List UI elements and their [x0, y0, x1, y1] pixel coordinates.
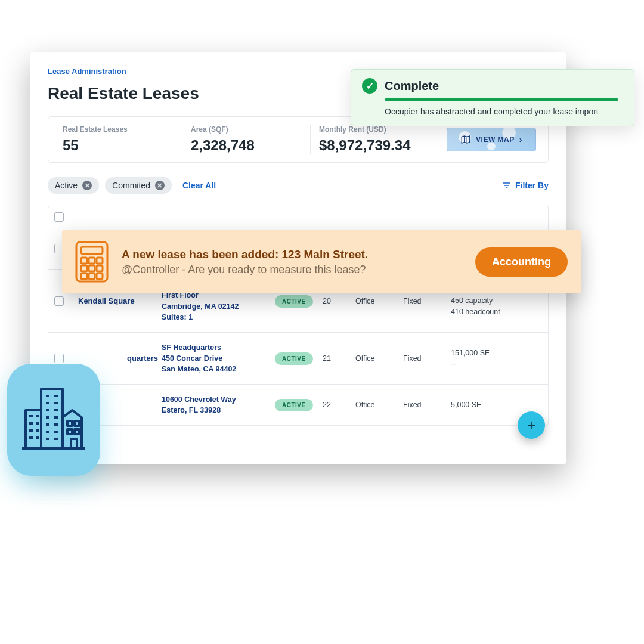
lease-address: SF Headquarters 450 Concar Drive San Mat… — [162, 342, 275, 374]
svg-rect-2 — [81, 258, 87, 264]
row-checkbox[interactable] — [54, 296, 64, 306]
filter-by-label: Filter By — [515, 181, 549, 190]
table-row[interactable]: 10600 Chevrolet Way Estero, FL 33928 ACT… — [48, 385, 548, 425]
lease-rent-type: Fixed — [403, 401, 451, 409]
lease-meta: 5,000 SF — [451, 400, 542, 410]
buildings-icon — [7, 364, 100, 476]
filter-chip-label: Active — [55, 181, 78, 190]
svg-rect-37 — [67, 429, 72, 434]
svg-rect-7 — [97, 265, 103, 271]
stat-area-value: 2,328,748 — [191, 137, 302, 154]
svg-rect-5 — [81, 265, 87, 271]
lease-rent-type: Fixed — [403, 297, 451, 305]
svg-rect-6 — [89, 265, 95, 271]
stat-leases: Real Estate Leases 55 — [54, 125, 182, 154]
lease-name[interactable]: Kendall Square — [78, 296, 162, 305]
toast-body: Occupier has abstracted and completed yo… — [385, 107, 622, 116]
lease-type: Office — [355, 297, 403, 305]
filter-chip-active[interactable]: Active ✕ — [48, 177, 99, 194]
lease-type: Office — [355, 354, 403, 363]
lease-num: 20 — [323, 297, 355, 305]
complete-toast: ✓ Complete Occupier has abstracted and c… — [351, 69, 634, 126]
view-map-label: VIEW MAP — [476, 135, 515, 144]
calculator-icon — [75, 241, 109, 283]
chevron-right-icon: › — [519, 135, 522, 144]
add-fab[interactable]: + — [518, 411, 545, 439]
table-header — [48, 206, 548, 228]
toast-title: Complete — [385, 79, 439, 93]
select-all-checkbox[interactable] — [54, 212, 64, 222]
toast-progress-bar — [385, 98, 618, 101]
lease-name[interactable]: quarters — [78, 354, 162, 363]
filter-chip-commited[interactable]: Commited ✕ — [105, 177, 172, 194]
stat-rent-label: Monthly Rent (USD) — [319, 125, 430, 134]
lease-type: Office — [355, 401, 403, 409]
filter-by-button[interactable]: Filter By — [502, 181, 549, 190]
table-row[interactable]: quarters SF Headquarters 450 Concar Driv… — [48, 333, 548, 385]
status-badge: ACTIVE — [275, 295, 313, 308]
lease-address: 10600 Chevrolet Way Estero, FL 33928 — [162, 394, 275, 416]
svg-rect-35 — [67, 421, 72, 426]
view-map-button[interactable]: VIEW MAP › — [447, 128, 536, 151]
lease-meta: 151,000 SF -- — [451, 348, 542, 369]
close-icon[interactable]: ✕ — [155, 181, 165, 190]
banner-headline: A new lease has been added: 123 Main Str… — [122, 248, 462, 261]
status-badge: ACTIVE — [275, 352, 313, 365]
stat-area-label: Area (SQF) — [191, 125, 302, 134]
row-checkbox[interactable] — [54, 354, 64, 363]
svg-rect-10 — [97, 273, 103, 279]
stat-area: Area (SQF) 2,328,748 — [182, 125, 311, 154]
svg-rect-8 — [81, 273, 87, 279]
accounting-button[interactable]: Accounting — [475, 247, 568, 277]
filter-icon — [502, 181, 512, 190]
svg-rect-11 — [41, 389, 63, 448]
banner-subtext: @Controller - Are you ready to measure t… — [122, 264, 462, 276]
map-icon — [460, 134, 471, 145]
filter-row: Active ✕ Commited ✕ Clear All Filter By — [48, 177, 549, 194]
filter-chip-label: Commited — [112, 181, 150, 190]
stat-leases-label: Real Estate Leases — [63, 125, 174, 134]
svg-rect-1 — [81, 247, 103, 254]
svg-rect-4 — [97, 258, 103, 264]
svg-rect-9 — [89, 273, 95, 279]
lease-num: 22 — [323, 401, 355, 409]
stat-rent: Monthly Rent (USD) $8,972,739.34 — [311, 125, 438, 154]
svg-rect-39 — [71, 439, 77, 448]
svg-rect-36 — [75, 421, 79, 426]
close-icon[interactable]: ✕ — [82, 181, 92, 190]
status-badge: ACTIVE — [275, 399, 313, 411]
svg-rect-26 — [26, 410, 41, 448]
svg-rect-38 — [75, 429, 79, 434]
new-lease-banner: A new lease has been added: 123 Main Str… — [62, 230, 581, 293]
lease-rent-type: Fixed — [403, 354, 451, 363]
lease-num: 21 — [323, 354, 355, 363]
clear-all-button[interactable]: Clear All — [182, 181, 216, 190]
check-circle-icon: ✓ — [362, 78, 377, 94]
stat-leases-value: 55 — [63, 137, 174, 154]
stat-rent-value: $8,972,739.34 — [319, 137, 430, 154]
svg-rect-3 — [89, 258, 95, 264]
